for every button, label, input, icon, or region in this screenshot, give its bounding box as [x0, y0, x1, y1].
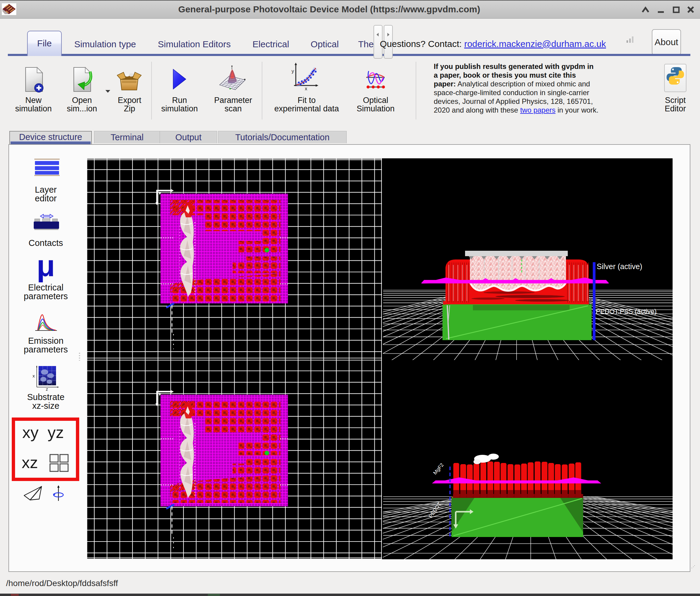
- svg-text:y: y: [292, 69, 294, 74]
- svg-text:PEDOT:PSS (active): PEDOT:PSS (active): [596, 308, 657, 315]
- svg-text:x: x: [305, 86, 307, 90]
- svg-text:z: z: [46, 387, 48, 391]
- svg-text:Silver (active): Silver (active): [597, 262, 642, 270]
- svg-text:x: x: [32, 373, 35, 379]
